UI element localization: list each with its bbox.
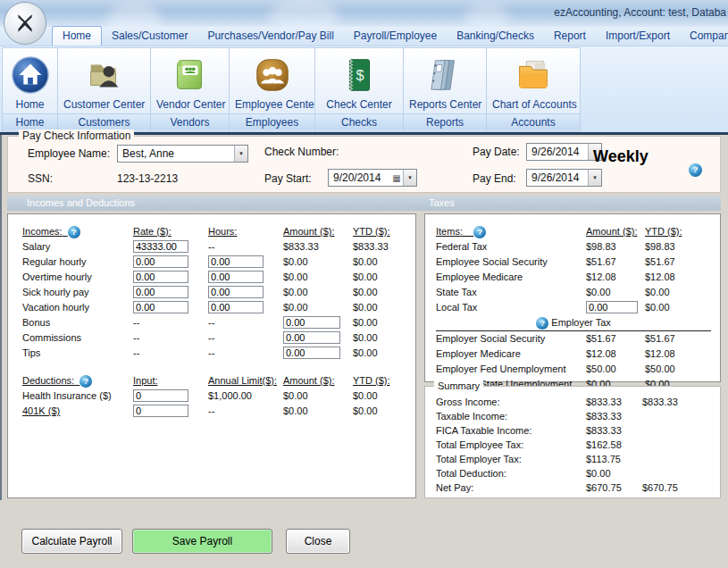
pay-date-select[interactable]: 9/26/2014 ▼ [526,143,602,161]
summary-value: $162.58 [586,439,642,452]
help-icon[interactable]: ? [79,375,92,388]
chevron-down-icon[interactable]: ▼ [234,146,247,162]
summary-group-title: Summary [434,380,483,391]
pay-start-datepicker[interactable]: 9/20/2014 ▦ ▼ [328,169,417,187]
spacer [22,362,417,373]
incomes-column-header: Incomes: ? [22,225,133,239]
pay-end-select[interactable]: 9/26/2014 ▼ [526,169,602,187]
titlebar-decoration [268,0,339,27]
calculate-payroll-button[interactable]: Calculate Payroll [21,529,122,554]
health-insurance-input[interactable] [133,389,188,402]
tax-amount: $50.00 [586,363,645,377]
tax-amount: $12.08 [586,347,645,362]
summary-value-ytd [642,453,714,466]
tax-label: Employee Social Security [436,255,586,270]
income-label: Overtime hourly [22,271,133,285]
vacation-hourly-hours-input[interactable] [208,301,264,313]
income-label: Bonus [22,316,133,330]
ssn-value: 123-13-2213 [117,172,178,185]
ytd-column-header: YTD ($): [353,374,417,388]
section-header-bar: Incomes and Deductions Taxes [7,196,721,211]
pay-frequency-text: Weekly [593,147,649,166]
tab-payroll-employee[interactable]: Payroll/Employee [344,27,447,46]
help-icon[interactable]: ? [536,317,548,330]
help-icon[interactable]: ? [68,226,80,238]
overtime-hourly-rate-input[interactable] [133,271,188,283]
tab-import-export[interactable]: Import/Export [596,27,680,46]
summary-label: Taxable Income: [436,410,586,423]
close-button[interactable]: Close [286,529,350,554]
chevron-down-icon[interactable]: ▼ [588,170,601,186]
rate-column-header: Rate ($): [133,225,208,239]
income-ytd: $0.00 [353,316,417,330]
tax-ytd: $51.67 [645,255,715,270]
employee-name-value: Best, Anne [118,147,234,160]
tax-amount: $51.67 [586,255,645,270]
check-center-button[interactable]: $ Check Center Checks [314,47,403,132]
tax-ytd: $0.00 [645,301,715,315]
app-menu-button[interactable] [4,2,46,45]
chart-of-accounts-button[interactable]: Chart of Accounts Accounts [486,47,581,132]
checks-group-label: Checks [315,113,403,130]
window-frame-edge [0,135,2,500]
summary-value: $833.33 [586,410,642,423]
customer-center-button[interactable]: Customer Center Customers [57,47,150,132]
summary-label: Total Employee Tax: [436,439,586,452]
salary-rate-input[interactable] [133,240,188,253]
employee-name-select[interactable]: Best, Anne ▼ [117,145,248,163]
vendor-center-button[interactable]: Vendor Center Vendors [150,47,229,132]
overtime-hourly-hours-input[interactable] [208,271,264,283]
401k-input[interactable] [133,405,188,417]
income-ytd: $0.00 [353,347,417,361]
regular-hourly-rate-input[interactable] [133,255,188,268]
chevron-down-icon[interactable]: ▼ [403,170,416,186]
summary-value-ytd: $670.75 [642,481,714,495]
summary-value: $0.00 [586,467,642,480]
pay-end-value: 9/26/2014 [527,171,588,184]
income-hours: -- [208,316,283,330]
deduction-amount: $0.00 [283,389,353,404]
tab-report[interactable]: Report [544,27,596,46]
sick-hourly-rate-input[interactable] [133,286,188,298]
help-globe-icon[interactable]: ? [689,163,702,177]
tax-label: Federal Tax [436,240,586,255]
calendar-icon[interactable]: ▦ [390,170,403,186]
reports-center-icon [424,54,465,96]
tab-purchases-vendor-pay-bill[interactable]: Purchases/Vendor/Pay Bill [197,27,343,46]
help-icon[interactable]: ? [473,226,486,238]
hours-column-header: Hours: [208,225,283,239]
summary-value: $833.33 [586,424,642,438]
home-icon [10,54,51,96]
employee-center-button[interactable]: Employee Center Employees [229,47,314,132]
chart-of-accounts-label: Chart of Accounts [487,98,580,113]
tips-amount-input[interactable] [283,347,340,359]
income-amount: $0.00 [283,255,353,270]
home-button[interactable]: Home Home [2,47,57,132]
commissions-amount-input[interactable] [283,331,340,344]
amount-column-header: Amount ($): [283,225,353,239]
vacation-hourly-rate-input[interactable] [133,301,188,313]
employer-tax-section-header: ? Employer Tax [436,316,711,331]
save-payroll-button[interactable]: Save Payroll [132,529,272,554]
deduction-401k-link[interactable]: 401K ($) [22,405,133,419]
ytd-column-header: YTD ($): [353,225,417,239]
reports-center-button[interactable]: Reports Center Reports [403,47,486,132]
tab-home[interactable]: Home [52,26,102,46]
tab-banking-checks[interactable]: Banking/Checks [447,27,544,46]
pay-start-value: 9/20/2014 [329,171,390,184]
local-tax-input[interactable] [586,301,638,313]
tab-company[interactable]: Company [680,27,728,46]
deduction-ytd: $0.00 [353,405,417,419]
summary-label: Net Pay: [436,481,586,495]
tax-ytd-column-header: YTD ($): [645,225,715,239]
regular-hourly-hours-input[interactable] [208,255,264,268]
summary-label: Gross Income: [436,396,586,409]
vendor-center-label: Vendor Center [151,98,229,113]
income-amount: $833.33 [283,240,353,255]
summary-value-ytd: $833.33 [642,396,714,409]
deduction-limit: -- [208,405,283,419]
bonus-amount-input[interactable] [283,316,340,329]
tab-sales-customer[interactable]: Sales/Customer [102,27,197,46]
paycheck-information-group: Pay Check Information Employee Name: Bes… [7,136,721,193]
sick-hourly-hours-input[interactable] [208,286,264,298]
